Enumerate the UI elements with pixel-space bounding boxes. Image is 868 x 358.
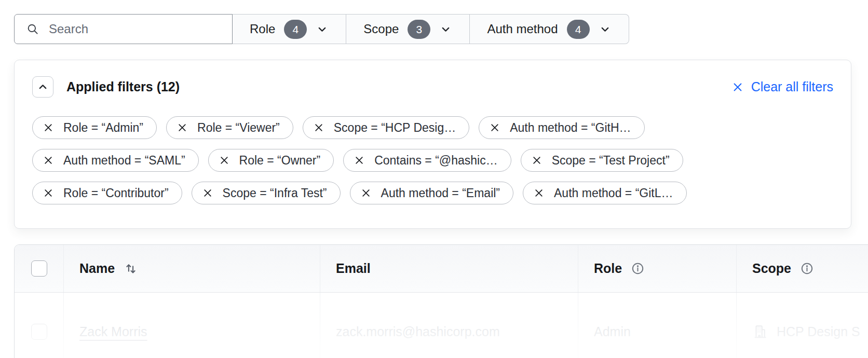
filter-chip[interactable]: Scope = “Infra Test” xyxy=(192,182,341,204)
info-icon[interactable] xyxy=(800,261,814,276)
filter-chip-label: Auth method = “GitH… xyxy=(510,121,631,135)
scope-filter-dropdown[interactable]: Scope 3 xyxy=(346,14,470,44)
auth-method-filter-label: Auth method xyxy=(487,22,558,36)
filter-chip[interactable]: Auth method = “GitL… xyxy=(523,182,686,204)
filter-chip-label: Scope = “Infra Test” xyxy=(223,186,327,200)
user-name-link[interactable]: Zack Morris xyxy=(79,324,147,339)
applied-filters-title: Applied filters (12) xyxy=(66,79,180,94)
filter-chip-label: Role = “Contributor” xyxy=(63,186,169,200)
role-filter-count-badge: 4 xyxy=(284,20,307,39)
select-all-cell xyxy=(15,245,64,292)
sort-icon[interactable] xyxy=(124,261,138,276)
auth-method-filter-dropdown[interactable]: Auth method 4 xyxy=(470,14,629,44)
users-table: Name Email Role Scope xyxy=(14,244,868,358)
search-icon xyxy=(26,22,39,36)
filter-chip-label: Auth method = “GitL… xyxy=(554,186,673,200)
filter-toolbar: Role 4 Scope 3 Auth method 4 xyxy=(14,14,629,44)
filter-chip[interactable]: Auth method = “SAML” xyxy=(32,149,199,172)
info-icon[interactable] xyxy=(631,261,645,276)
auth-method-filter-count-badge: 4 xyxy=(567,20,590,39)
dismiss-icon[interactable] xyxy=(43,122,53,133)
close-icon xyxy=(732,81,743,93)
user-email: zack.morris@hashicorp.com xyxy=(336,324,500,339)
column-header-name[interactable]: Name xyxy=(64,245,320,292)
filter-chip[interactable]: Role = “Contributor” xyxy=(32,182,182,204)
chevron-up-icon xyxy=(36,80,49,93)
filter-chip-label: Role = “Owner” xyxy=(239,154,321,168)
select-all-checkbox[interactable] xyxy=(31,260,47,277)
organization-icon xyxy=(752,324,768,339)
dismiss-icon[interactable] xyxy=(219,155,229,166)
applied-filters-header: Applied filters (12) Clear all filters xyxy=(32,76,833,98)
chevron-down-icon xyxy=(599,23,612,36)
filter-chip-row: Role = “Contributor” Scope = “Infra Test… xyxy=(32,182,833,204)
column-header-scope: Scope xyxy=(737,245,868,292)
scope-cell: HCP Design S xyxy=(737,293,868,358)
filter-chip-label: Role = “Admin” xyxy=(63,121,143,135)
dismiss-icon[interactable] xyxy=(177,122,187,133)
clear-all-filters-label: Clear all filters xyxy=(751,79,833,94)
name-column-label: Name xyxy=(79,261,115,276)
filter-chip-label: Auth method = “Email” xyxy=(381,186,500,200)
dismiss-icon[interactable] xyxy=(202,188,213,198)
filter-chip[interactable]: Auth method = “Email” xyxy=(350,182,513,204)
filter-chip-label: Role = “Viewer” xyxy=(197,121,280,135)
dismiss-icon[interactable] xyxy=(43,188,53,198)
scope-filter-count-badge: 3 xyxy=(408,20,430,39)
filter-chip[interactable]: Scope = “HCP Desig… xyxy=(303,116,469,139)
collapse-filters-button[interactable] xyxy=(32,76,53,98)
scope-filter-label: Scope xyxy=(363,22,399,36)
filter-chip[interactable]: Scope = “Test Project” xyxy=(521,149,683,172)
filter-chip[interactable]: Role = “Owner” xyxy=(208,149,334,172)
dismiss-icon[interactable] xyxy=(361,188,371,198)
email-cell: zack.morris@hashicorp.com xyxy=(320,293,578,358)
filter-chip-row: Role = “Admin” Role = “Viewer” Scope = “… xyxy=(32,116,833,139)
column-header-role: Role xyxy=(578,245,737,292)
search-input[interactable] xyxy=(49,22,221,36)
scope-column-label: Scope xyxy=(752,261,791,276)
chevron-down-icon xyxy=(439,23,452,36)
filter-chip[interactable]: Role = “Viewer” xyxy=(166,116,293,139)
search-box[interactable] xyxy=(14,14,233,44)
role-filter-label: Role xyxy=(250,22,275,36)
table-row: Zack Morris zack.morris@hashicorp.com Ad… xyxy=(15,293,868,358)
column-header-email: Email xyxy=(320,245,578,292)
email-column-label: Email xyxy=(336,261,371,276)
filter-chip-label: Contains = “@hashic… xyxy=(374,154,497,168)
dismiss-icon[interactable] xyxy=(43,155,53,166)
filter-chip-label: Auth method = “SAML” xyxy=(63,154,185,168)
role-cell: Admin xyxy=(578,293,737,358)
row-checkbox[interactable] xyxy=(31,324,47,340)
chevron-down-icon xyxy=(316,23,329,36)
role-column-label: Role xyxy=(594,261,622,276)
name-cell: Zack Morris xyxy=(64,293,320,358)
filter-chip-row: Auth method = “SAML” Role = “Owner” Cont… xyxy=(32,149,833,172)
user-scope: HCP Design S xyxy=(777,324,860,339)
filter-chip-label: Scope = “HCP Desig… xyxy=(334,121,456,135)
filter-chip-label: Scope = “Test Project” xyxy=(552,154,670,168)
filter-chip[interactable]: Contains = “@hashic… xyxy=(343,149,511,172)
filter-chip[interactable]: Auth method = “GitH… xyxy=(479,116,644,139)
user-role: Admin xyxy=(594,324,631,339)
dismiss-icon[interactable] xyxy=(532,155,542,166)
dismiss-icon[interactable] xyxy=(354,155,364,166)
clear-all-filters-button[interactable]: Clear all filters xyxy=(732,79,833,94)
dismiss-icon[interactable] xyxy=(534,188,544,198)
role-filter-dropdown[interactable]: Role 4 xyxy=(233,14,346,44)
dismiss-icon[interactable] xyxy=(490,122,500,133)
row-select-cell xyxy=(15,293,64,358)
filter-chip[interactable]: Role = “Admin” xyxy=(32,116,157,139)
dismiss-icon[interactable] xyxy=(314,122,324,133)
applied-filters-panel: Applied filters (12) Clear all filters R… xyxy=(14,60,851,229)
table-header-row: Name Email Role Scope xyxy=(15,245,868,293)
